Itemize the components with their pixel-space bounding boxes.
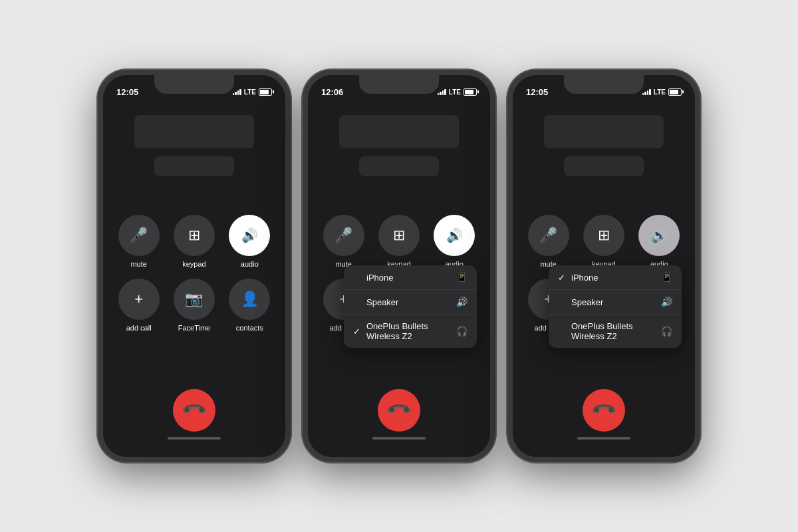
contacts-circle-1[interactable]: 👤: [229, 279, 270, 320]
contacts-icon-1: 👤: [241, 291, 259, 308]
mute-btn-1[interactable]: 🎤 mute: [116, 215, 161, 268]
keypad-circle-2[interactable]: ⊞: [378, 215, 420, 256]
mute-circle-1[interactable]: 🎤: [118, 215, 160, 256]
phones-container: 12:05 LTE: [0, 0, 798, 532]
contact-blurred-3: [544, 115, 664, 148]
audio-btn-2[interactable]: 🔊 audio: [432, 215, 477, 268]
battery-fill-2: [465, 90, 473, 94]
add-call-circle-1[interactable]: +: [118, 279, 160, 320]
call-content-3: 🎤 mute ⊞ keypad 🔊: [513, 102, 695, 457]
end-call-btn-2[interactable]: 📞: [378, 389, 420, 432]
phone-1-screen: 12:05 LTE: [103, 75, 285, 457]
popup-iphone-label-2: iPhone: [366, 273, 393, 283]
keypad-btn-1[interactable]: ⊞ keypad: [172, 215, 216, 268]
popup-speaker-label-3: Speaker: [571, 297, 603, 307]
mute-icon-1: 🎤: [130, 227, 148, 244]
keypad-label-1: keypad: [182, 260, 205, 268]
home-bar-1: [168, 437, 221, 440]
facetime-circle-1[interactable]: 📷: [174, 279, 215, 320]
audio-icon-3: 🔊: [651, 227, 668, 243]
contact-blurred-1: [134, 115, 254, 148]
audio-btn-1[interactable]: 🔊 audio: [227, 215, 272, 268]
popup-item-oneplus-left-3: OnePlus BulletsWireless Z2: [558, 321, 633, 341]
checkmark-2-speaker: [353, 297, 362, 307]
mute-circle-3[interactable]: 🎤: [528, 215, 569, 256]
phone-1-wrapper: 12:05 LTE: [98, 70, 291, 462]
popup-item-oneplus-2[interactable]: ✓ OnePlus BulletsWireless Z2 🎧: [344, 315, 477, 348]
popup-item-iphone-left-2: iPhone: [353, 273, 393, 283]
keypad-btn-2[interactable]: ⊞ keypad: [376, 215, 421, 268]
facetime-label-1: FaceTime: [178, 324, 211, 332]
audio-btn-3[interactable]: 🔊 audio: [637, 215, 682, 268]
phone-2-screen: 12:06 LTE: [308, 75, 490, 457]
phone-2: 12:06 LTE: [303, 70, 495, 462]
audio-label-1: audio: [241, 260, 259, 268]
end-call-btn-1[interactable]: 📞: [173, 389, 215, 432]
popup-item-oneplus-3[interactable]: OnePlus BulletsWireless Z2 🎧: [549, 315, 682, 348]
speaker-icon-2: 🔊: [456, 297, 467, 307]
signal-bars-3: [642, 88, 651, 95]
speaker-icon-3: 🔊: [661, 297, 672, 307]
end-call-icon-2: 📞: [385, 396, 412, 424]
keypad-circle-1[interactable]: ⊞: [174, 215, 215, 256]
mute-icon-2: 🎤: [334, 227, 352, 244]
phone-device-icon-3: 📱: [661, 272, 672, 283]
home-bar-2: [372, 437, 426, 440]
mute-icon-3: 🎤: [539, 227, 557, 244]
popup-item-iphone-left-3: ✓ iPhone: [558, 273, 598, 283]
mute-circle-2[interactable]: 🎤: [323, 215, 364, 256]
time-2: 12:06: [321, 87, 343, 97]
popup-item-speaker-2[interactable]: Speaker 🔊: [344, 290, 477, 315]
popup-item-iphone-3[interactable]: ✓ iPhone 📱: [549, 265, 682, 290]
facetime-btn-1[interactable]: 📷 FaceTime: [172, 279, 216, 332]
keypad-icon-3: ⊞: [598, 227, 610, 244]
add-call-icon-1: +: [134, 291, 143, 308]
call-content-2: 🎤 mute ⊞ keypad 🔊: [308, 102, 490, 457]
phone-2-wrapper: 12:06 LTE: [303, 70, 495, 462]
contacts-btn-1[interactable]: 👤 contacts: [227, 279, 272, 332]
home-bar-3: [577, 437, 630, 440]
lte-3: LTE: [654, 88, 666, 96]
checkmark-2-iphone: [353, 273, 362, 283]
checkmark-2-oneplus: ✓: [353, 327, 362, 336]
contact-detail-3: [564, 156, 644, 176]
battery-1: [259, 88, 272, 96]
status-bar-2: 12:06 LTE: [308, 75, 490, 102]
phone-1: 12:05 LTE: [98, 70, 291, 462]
add-call-btn-1[interactable]: + add call: [116, 279, 161, 332]
status-icons-3: LTE: [642, 88, 682, 96]
mute-label-1: mute: [130, 260, 146, 268]
battery-fill-3: [670, 90, 678, 94]
phone-device-icon-2: 📱: [456, 272, 467, 283]
checkmark-3-speaker: [558, 297, 567, 307]
signal-bars-1: [233, 88, 241, 95]
status-icons-2: LTE: [438, 88, 477, 96]
contacts-label-1: contacts: [236, 324, 263, 332]
audio-circle-3[interactable]: 🔊: [638, 215, 680, 256]
status-bar-1: 12:05 LTE: [103, 75, 285, 102]
checkmark-3-oneplus: [558, 327, 567, 336]
keypad-circle-3[interactable]: ⊞: [583, 215, 624, 256]
contact-detail-1: [154, 156, 234, 176]
audio-popup-3[interactable]: ✓ iPhone 📱 Speaker 🔊: [549, 265, 682, 348]
end-call-btn-3[interactable]: 📞: [583, 389, 625, 432]
audio-circle-2[interactable]: 🔊: [434, 215, 475, 256]
popup-item-speaker-3[interactable]: Speaker 🔊: [549, 290, 682, 315]
contact-blurred-2: [339, 115, 459, 148]
end-call-icon-1: 📞: [180, 396, 207, 424]
mute-btn-2[interactable]: 🎤 mute: [321, 215, 366, 268]
status-icons-1: LTE: [233, 88, 272, 96]
mute-btn-3[interactable]: 🎤 mute: [526, 215, 571, 268]
audio-popup-2[interactable]: iPhone 📱 Speaker 🔊: [344, 265, 477, 348]
keypad-btn-3[interactable]: ⊞ keypad: [581, 215, 626, 268]
popup-item-iphone-2[interactable]: iPhone 📱: [344, 265, 477, 290]
checkmark-3-iphone: ✓: [558, 273, 567, 283]
audio-circle-1[interactable]: 🔊: [229, 215, 270, 256]
contact-detail-2: [359, 156, 439, 176]
battery-fill-1: [260, 90, 269, 94]
popup-item-speaker-left-2: Speaker: [353, 297, 398, 307]
phone-3: 12:05 LTE: [507, 70, 700, 462]
lte-2: LTE: [449, 88, 461, 96]
call-content-1: 🎤 mute ⊞ keypad: [103, 102, 285, 457]
status-bar-3: 12:05 LTE: [513, 75, 695, 102]
